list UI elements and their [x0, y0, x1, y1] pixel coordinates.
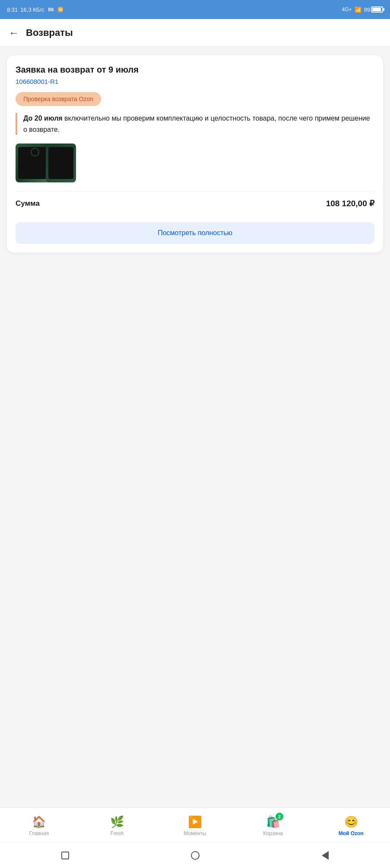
amount-label: Сумма [16, 199, 40, 208]
android-nav [0, 842, 390, 868]
amount-value: 108 120,00 ₽ [326, 198, 374, 208]
ozon-notification-icon: N [58, 7, 63, 12]
nav-item-moments[interactable]: ▶️ Моменты [156, 815, 234, 836]
android-back-button[interactable] [319, 849, 331, 862]
status-left: 8:31 16,3 КБ/с ВК N [7, 6, 63, 13]
nav-label-myozon: Мой Ozon [339, 830, 364, 836]
android-home-button[interactable] [189, 849, 201, 862]
signal-icon: 4G+ [342, 6, 352, 13]
amount-row: Сумма 108 120,00 ₽ [16, 191, 374, 215]
nav-label-cart: Корзина [263, 830, 283, 836]
home-circle-icon [191, 851, 200, 860]
main-content: Заявка на возврат от 9 июля 106608001-R1… [0, 47, 390, 790]
nav-label-moments: Моменты [184, 830, 206, 836]
android-recents-button[interactable] [59, 849, 71, 862]
product-image-2 [46, 144, 76, 182]
return-card: Заявка на возврат от 9 июля 106608001-R1… [7, 55, 383, 252]
info-text: До 20 июля включительно мы проверим комп… [23, 113, 374, 135]
nav-label-home: Главная [29, 830, 49, 836]
product-images [16, 144, 374, 182]
status-time: 8:31 [7, 6, 18, 13]
vk-icon: ВК [47, 7, 55, 13]
nav-item-cart[interactable]: 🛍️ 2 Корзина [234, 815, 312, 836]
back-button[interactable]: ← [9, 27, 19, 39]
nav-item-fresh[interactable]: 🌿 Fresh [78, 815, 156, 836]
recents-icon [61, 852, 69, 859]
status-bar: 8:31 16,3 КБ/с ВК N 4G+ 📶 99 [0, 0, 390, 19]
info-date: До 20 июля [23, 115, 63, 122]
return-id: 106608001-R1 [16, 78, 374, 85]
status-badge: Проверка возврата Ozon [16, 92, 101, 106]
battery-level: 99 [364, 6, 383, 13]
fresh-icon: 🌿 [110, 815, 124, 829]
status-network: 16,3 КБ/с [20, 6, 44, 13]
app-header: ← Возвраты [0, 19, 390, 47]
moments-icon: ▶️ [188, 815, 202, 829]
signal-bars-icon: 📶 [355, 6, 361, 13]
nav-item-home[interactable]: 🏠 Главная [0, 815, 78, 836]
return-title: Заявка на возврат от 9 июля [16, 64, 374, 75]
nav-item-myozon[interactable]: 😊 Мой Ozon [312, 815, 390, 836]
view-full-button[interactable]: Посмотреть полностью [16, 222, 374, 244]
myozon-icon: 😊 [344, 815, 358, 829]
page-title: Возвраты [26, 27, 73, 38]
nav-label-fresh: Fresh [111, 830, 124, 836]
home-icon: 🏠 [32, 815, 46, 829]
cart-icon: 🛍️ 2 [266, 815, 280, 829]
info-block: До 20 июля включительно мы проверим комп… [16, 113, 374, 135]
back-triangle-icon [322, 851, 329, 860]
bottom-nav: 🏠 Главная 🌿 Fresh ▶️ Моменты 🛍️ 2 Корзин… [0, 807, 390, 842]
status-right: 4G+ 📶 99 [342, 6, 383, 13]
cart-badge: 2 [276, 813, 283, 820]
info-text-rest: включительно мы проверим комплектацию и … [23, 115, 370, 133]
